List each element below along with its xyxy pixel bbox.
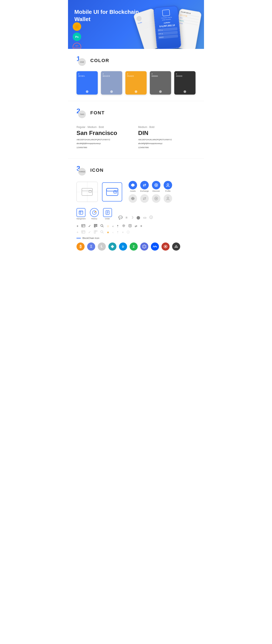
crypto-icons-row: ₿ Ξ Ł D Z: [76, 242, 196, 250]
svg-marker-13: [131, 197, 134, 200]
list-icon: [82, 224, 85, 228]
svg-rect-33: [96, 225, 97, 225]
icon-discover-grey: [152, 194, 160, 203]
font-section: 2 TWO FONT Regular · Medium · Bold San F…: [68, 101, 204, 158]
color-section: 1 ONE COLOR #3574FA #8DA0C8 #F5A623 #666…: [68, 49, 204, 101]
color-section-number: 1 ONE: [76, 55, 87, 66]
svg-point-37: [101, 224, 103, 226]
settings-icon: [122, 224, 126, 228]
icon-title: ICON: [90, 168, 104, 173]
icon-management: Mangment: [76, 208, 86, 220]
icon-section-number: 3 THREE: [76, 165, 87, 176]
icon-profile: Profile: [164, 181, 172, 192]
color-swatch-grey: #666666: [150, 71, 171, 94]
hero-title: Mobile UI for Blockchain Wallet: [74, 8, 142, 23]
font-grid: Regular · Medium · Bold San Francisco AB…: [76, 124, 196, 152]
color-swatches: #3574FA #8DA0C8 #F5A623 #666666 #303030: [76, 71, 196, 94]
svg-rect-43: [82, 230, 85, 233]
svg-rect-35: [96, 226, 96, 226]
color-section-header: 1 ONE COLOR: [76, 55, 196, 66]
swap-icon: ⇄: [135, 224, 137, 228]
icon-top-row: Assets Exchange Discover: [76, 181, 196, 203]
plus-icon: +: [76, 224, 78, 228]
waves-icon: [151, 242, 159, 250]
icon-wireframe-1: [76, 182, 98, 202]
layers-icon: ≡: [126, 216, 128, 220]
phone-mockups: Profile Characters may be great moments,…: [134, 6, 202, 49]
svg-marker-52: [142, 245, 146, 248]
dash-icon: D: [119, 242, 127, 250]
svg-marker-9: [131, 184, 134, 187]
svg-point-11: [156, 184, 157, 186]
icon-profile-grey: [164, 194, 172, 203]
svg-line-38: [103, 226, 104, 227]
svg-rect-46: [94, 230, 96, 232]
litecoin-icon: Ł: [98, 242, 106, 250]
circle-icon: ⬤: [136, 216, 140, 220]
color-swatch-orange: #F5A623: [126, 71, 146, 94]
icon-exchange-grey: [140, 194, 149, 203]
svg-point-55: [165, 246, 166, 247]
hero-badges: Ps 60+Screens: [73, 22, 81, 49]
svg-rect-36: [97, 226, 97, 226]
token4-icon: [108, 242, 116, 250]
sketch-badge: [73, 22, 81, 31]
font-section-number: 2 TWO: [76, 108, 87, 118]
svg-point-21: [95, 211, 96, 212]
search-icon: [100, 224, 104, 228]
hero-section: Mobile UI for Blockchain Wallet UI Kit P…: [68, 0, 204, 49]
back-icon-grey: ‹: [112, 230, 114, 234]
svg-point-8: [115, 192, 116, 192]
moon-icon: ☽: [130, 216, 134, 220]
svg-point-12: [167, 184, 169, 185]
font-card-din: Medium · Bold DIN ABCDEFGHIJKLMNOPQRSTUV…: [138, 124, 196, 152]
svg-rect-47: [96, 230, 97, 232]
close-icon: ×: [140, 224, 142, 228]
screens-badge: 60+Screens: [73, 43, 81, 49]
qr-icon-grey: [94, 230, 97, 234]
font-card-sf: Regular · Medium · Bold San Francisco AB…: [76, 124, 134, 152]
color-title: COLOR: [90, 58, 109, 63]
icon-discover: Discover: [152, 181, 160, 192]
info-icon: ⓘ: [150, 215, 153, 220]
upload-icon: [128, 224, 132, 228]
star-icon: ☆: [107, 224, 110, 228]
icon-section-header: 3 THREE ICON: [76, 165, 196, 176]
svg-rect-34: [94, 226, 95, 227]
ethereum-icon: Ξ: [87, 242, 95, 250]
share-icon-grey: ⇡: [116, 230, 119, 234]
svg-line-50: [103, 232, 104, 233]
bitcoin-icon: ₿: [76, 242, 84, 250]
info-icon-grey: ⓘ: [127, 230, 130, 234]
search-icon-grey: [100, 230, 104, 234]
zcoin-icon: Z: [130, 242, 138, 250]
phone-2: Characters may be great moments, myWalle…: [154, 5, 182, 49]
svg-rect-17: [79, 211, 83, 214]
font-title: FONT: [90, 110, 105, 116]
qr-icon: [94, 224, 97, 228]
color-swatch-blue: #3574FA: [76, 71, 98, 94]
color-swatch-dark: #303030: [174, 71, 196, 94]
svg-marker-53: [144, 246, 145, 248]
icon-assets: Assets: [128, 181, 137, 192]
polygon-icon: [172, 242, 180, 250]
back-icon: ‹: [112, 224, 114, 228]
speech-icon: ▭: [143, 216, 146, 220]
star-icon-filled: ★: [107, 230, 110, 234]
color-swatch-grey-blue: #8DA0C8: [101, 71, 122, 94]
svg-point-39: [123, 225, 124, 226]
check-icon-grey: ✓: [88, 230, 91, 234]
colored-icons-group: Assets Exchange Discover: [128, 181, 172, 203]
icon-section: 3 THREE ICON: [68, 158, 204, 257]
blockchain-label-row: BlockChain Icon: [76, 237, 196, 239]
close-icon-grey: ×: [122, 230, 124, 234]
plus-icon-grey: +: [76, 230, 78, 234]
share-icon: ⇡: [116, 224, 119, 228]
svg-marker-51: [111, 245, 114, 248]
blockchain-line: [76, 238, 81, 238]
chat-icon: 💬: [118, 216, 122, 220]
svg-rect-48: [94, 232, 96, 233]
ps-badge: Ps: [73, 32, 81, 41]
icon-order: Order: [103, 208, 112, 220]
icon-exchange: Exchange: [140, 181, 149, 192]
